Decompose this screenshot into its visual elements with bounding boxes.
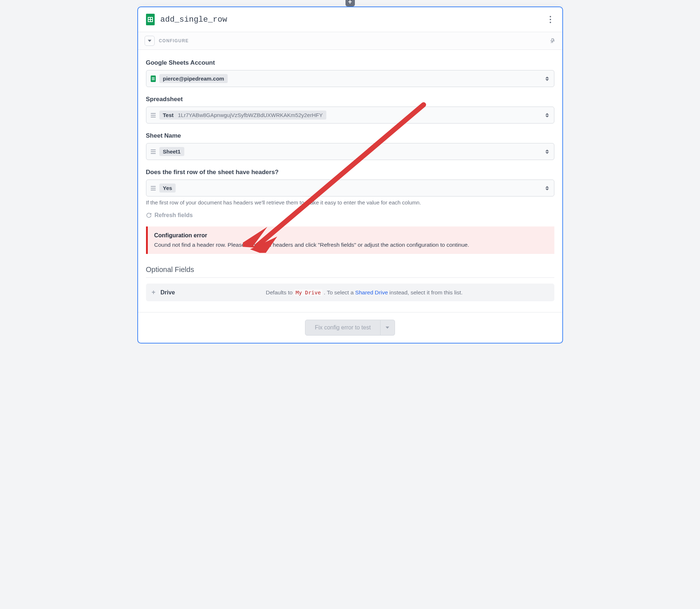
sheet-value: Sheet1 [159,147,184,156]
headers-helper: If the first row of your document has he… [146,199,554,206]
select-updown-icon [545,77,550,81]
collapse-toggle[interactable] [145,36,155,46]
test-button-caret [381,320,395,336]
select-updown-icon [545,150,550,154]
step-card: add_single_row CONFIGURE Google Sheets A… [137,7,563,344]
spreadsheet-id: 1Lr7YABw8GApnwgujVzSyfbWZBdUXWRKAKm52y2e… [178,112,323,118]
google-sheets-icon [151,75,156,82]
refresh-icon [146,212,152,218]
account-value: pierce@pipedream.com [159,74,228,83]
sheet-select[interactable]: Sheet1 [146,143,554,160]
list-icon [151,113,156,117]
add-step-top-button[interactable]: + [345,0,355,7]
refresh-label: Refresh fields [155,212,193,219]
optional-section-title: Optional Fields [146,265,554,278]
drive-name: Drive [160,289,175,296]
configure-bar: CONFIGURE [138,32,562,50]
spreadsheet-label: Spreadsheet [146,96,554,103]
spreadsheet-name: Test [163,112,174,118]
plus-icon: + [152,289,156,296]
configure-label: CONFIGURE [159,38,549,43]
headers-value: Yes [159,183,176,193]
shared-drive-link[interactable]: Shared Drive [355,289,388,295]
sheet-label: Sheet Name [146,132,554,139]
error-alert: Configuration error Cound not find a hea… [146,226,554,254]
account-label: Google Sheets Account [146,59,554,66]
error-title: Configuration error [154,232,548,239]
card-header: add_single_row [138,7,562,32]
spreadsheet-select[interactable]: Test 1Lr7YABw8GApnwgujVzSyfbWZBdUXWRKAKm… [146,107,554,124]
test-button-label: Fix config error to test [305,320,381,336]
pin-icon[interactable] [549,38,556,44]
headers-label: Does the first row of the sheet have hea… [146,169,554,176]
list-icon [151,150,156,154]
select-updown-icon [545,113,550,117]
card-footer: Fix config error to test [138,312,562,343]
error-message: Cound not find a header row. Please eith… [154,242,548,248]
refresh-fields-button[interactable]: Refresh fields [146,212,554,219]
kebab-menu-button[interactable] [546,14,554,25]
list-icon [151,186,156,190]
test-button-disabled: Fix config error to test [305,320,395,336]
headers-select[interactable]: Yes [146,180,554,196]
drive-description: Defaults to My Drive . To select a Share… [180,289,548,296]
spreadsheet-pill: Test 1Lr7YABw8GApnwgujVzSyfbWZBdUXWRKAKm… [159,111,326,120]
step-title[interactable]: add_single_row [160,15,546,24]
google-sheets-icon [146,14,155,25]
account-select[interactable]: pierce@pipedream.com [146,70,554,87]
select-updown-icon [545,186,550,190]
drive-optional-row[interactable]: + Drive Defaults to My Drive . To select… [146,284,554,301]
